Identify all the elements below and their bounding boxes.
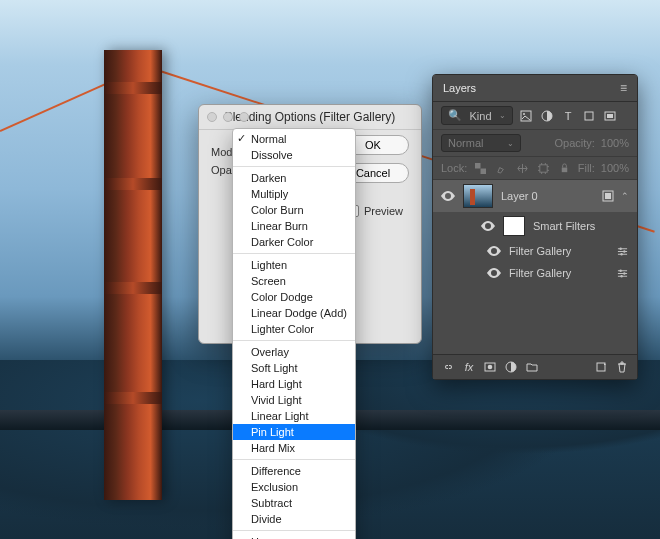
filter-smart-icon[interactable] <box>603 109 617 123</box>
blend-mode-option[interactable]: Soft Light <box>233 360 355 376</box>
svg-rect-21 <box>597 363 605 371</box>
blend-mode-option[interactable]: Lighter Color <box>233 321 355 337</box>
zoom-dot[interactable] <box>239 112 249 122</box>
smart-filters-row[interactable]: Smart Filters <box>433 212 637 240</box>
svg-point-14 <box>620 253 622 255</box>
svg-point-12 <box>619 247 621 249</box>
smart-object-icon <box>601 189 615 203</box>
fill-value[interactable]: 100% <box>601 162 629 174</box>
blend-mode-option[interactable]: Divide <box>233 511 355 527</box>
layers-panel: Layers ≡ 🔍 Kind ⌄ T Normal ⌄ Opacity: 10… <box>432 74 638 380</box>
blend-mode-option[interactable]: Exclusion <box>233 479 355 495</box>
bg-bridge-strut <box>104 82 162 94</box>
lock-all-icon[interactable] <box>557 161 571 175</box>
opacity-value[interactable]: 100% <box>601 137 629 149</box>
svg-point-1 <box>523 113 525 115</box>
svg-rect-7 <box>480 168 486 174</box>
blend-mode-dropdown[interactable]: NormalDissolveDarkenMultiplyColor BurnLi… <box>232 128 356 539</box>
filter-shape-icon[interactable] <box>582 109 596 123</box>
svg-rect-8 <box>540 164 547 171</box>
layer-name[interactable]: Layer 0 <box>501 190 538 202</box>
fill-label: Fill: <box>578 162 595 174</box>
lock-brush-icon[interactable] <box>494 161 508 175</box>
blend-mode-option[interactable]: Hard Mix <box>233 440 355 456</box>
group-icon[interactable] <box>525 360 539 374</box>
filter-mask-thumbnail[interactable] <box>503 216 525 236</box>
layer-row[interactable]: Layer 0 ⌃ <box>433 180 637 212</box>
svg-rect-5 <box>607 114 613 118</box>
search-icon: 🔍 <box>448 109 462 122</box>
blend-mode-option[interactable]: Linear Light <box>233 408 355 424</box>
blend-mode-option[interactable]: Difference <box>233 463 355 479</box>
filter-name: Filter Gallery <box>509 245 571 257</box>
visibility-eye-icon[interactable] <box>481 219 495 233</box>
opacity-label: Opacity: <box>555 137 595 149</box>
blend-mode-option[interactable]: Normal <box>233 131 355 147</box>
layers-tab[interactable]: Layers <box>443 82 476 94</box>
panel-menu-icon[interactable]: ≡ <box>620 81 627 95</box>
svg-point-16 <box>623 272 625 274</box>
blend-mode-option[interactable]: Multiply <box>233 186 355 202</box>
preview-label: Preview <box>364 205 403 217</box>
blend-mode-option[interactable]: Darker Color <box>233 234 355 250</box>
blend-mode-option[interactable]: Hard Light <box>233 376 355 392</box>
lock-pixels-icon[interactable] <box>473 161 487 175</box>
lock-position-icon[interactable] <box>515 161 529 175</box>
bg-bridge-strut <box>104 392 162 404</box>
blend-mode-option[interactable]: Screen <box>233 273 355 289</box>
lock-artboard-icon[interactable] <box>536 161 550 175</box>
blend-mode-option[interactable]: Darken <box>233 170 355 186</box>
svg-rect-11 <box>605 193 611 199</box>
visibility-eye-icon[interactable] <box>441 189 455 203</box>
blend-mode-option[interactable]: Linear Dodge (Add) <box>233 305 355 321</box>
link-layers-icon[interactable] <box>441 360 455 374</box>
blend-mode-option[interactable]: Color Dodge <box>233 289 355 305</box>
layer-style-icon[interactable]: fx <box>462 360 476 374</box>
trash-icon[interactable] <box>615 360 629 374</box>
visibility-eye-icon[interactable] <box>487 266 501 280</box>
svg-rect-6 <box>475 163 481 169</box>
lock-label: Lock: <box>441 162 467 174</box>
bg-bridge-strut <box>104 178 162 190</box>
layer-mask-icon[interactable] <box>483 360 497 374</box>
smart-filters-label: Smart Filters <box>533 220 595 232</box>
blend-mode-option[interactable]: Linear Burn <box>233 218 355 234</box>
filter-settings-icon[interactable] <box>615 244 629 258</box>
svg-point-19 <box>488 365 493 370</box>
blend-mode-option[interactable]: Lighten <box>233 257 355 273</box>
blend-mode-option[interactable]: Vivid Light <box>233 392 355 408</box>
new-layer-icon[interactable] <box>594 360 608 374</box>
layer-blend-mode-select[interactable]: Normal ⌄ <box>441 134 521 152</box>
layer-list: Layer 0 ⌃ Smart Filters Filter Gallery F… <box>433 180 637 354</box>
visibility-eye-icon[interactable] <box>487 244 501 258</box>
svg-point-15 <box>619 269 621 271</box>
filter-adjustment-icon[interactable] <box>540 109 554 123</box>
filter-entry[interactable]: Filter Gallery <box>433 262 637 284</box>
blend-mode-option[interactable]: Overlay <box>233 344 355 360</box>
filter-name: Filter Gallery <box>509 267 571 279</box>
bg-bridge-strut <box>104 282 162 294</box>
svg-rect-3 <box>585 112 593 120</box>
chevron-down-icon: ⌄ <box>507 139 514 148</box>
blend-mode-option[interactable]: Pin Light <box>233 424 355 440</box>
layer-thumbnail[interactable] <box>463 184 493 208</box>
svg-rect-9 <box>562 167 568 172</box>
blend-mode-option[interactable]: Hue <box>233 534 355 539</box>
minimize-dot[interactable] <box>223 112 233 122</box>
adjustment-layer-icon[interactable] <box>504 360 518 374</box>
svg-point-13 <box>623 250 625 252</box>
close-dot[interactable] <box>207 112 217 122</box>
blend-mode-option[interactable]: Color Burn <box>233 202 355 218</box>
expand-arrow-icon[interactable]: ⌃ <box>621 191 629 201</box>
filter-type-icon[interactable]: T <box>561 109 575 123</box>
blend-mode-option[interactable]: Subtract <box>233 495 355 511</box>
filter-kind-select[interactable]: 🔍 Kind ⌄ <box>441 106 513 125</box>
window-traffic-lights[interactable] <box>207 112 249 122</box>
chevron-down-icon: ⌄ <box>499 111 506 120</box>
svg-point-17 <box>620 275 622 277</box>
blend-mode-option[interactable]: Dissolve <box>233 147 355 163</box>
filter-entry[interactable]: Filter Gallery <box>433 240 637 262</box>
filter-settings-icon[interactable] <box>615 266 629 280</box>
filter-image-icon[interactable] <box>519 109 533 123</box>
bg-bridge-tower <box>104 50 162 500</box>
